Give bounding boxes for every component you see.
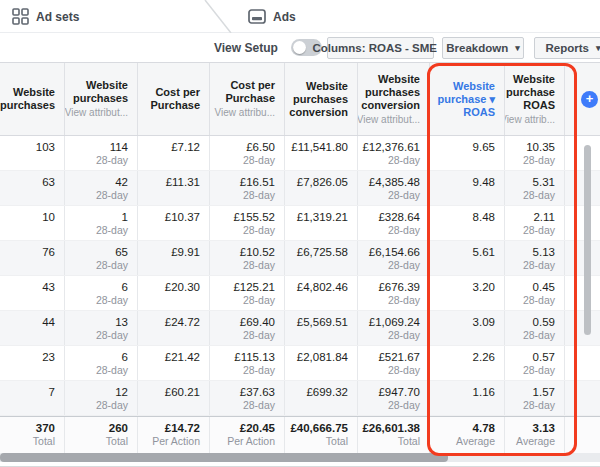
cell-value: 12: [115, 385, 128, 399]
cell-value: 103: [36, 140, 55, 154]
table-cell: £115.1328-day: [210, 346, 285, 380]
total-note: Total: [326, 435, 348, 448]
table-cell: 43: [0, 276, 65, 310]
cell-value: £1,319.21: [297, 210, 348, 224]
table-cell: 23: [0, 346, 65, 380]
total-cell: 260Total: [65, 417, 138, 453]
table-cell: £947.7028-day: [358, 381, 430, 415]
table-body: 10311428-day£7.12£6.5028-day£11,541.80£1…: [0, 136, 600, 416]
table-cell: £11.31: [138, 171, 210, 205]
column-header-5[interactable]: Website purchases conversionView attribu…: [358, 63, 430, 135]
table-cell: 63: [0, 171, 65, 205]
cell-value: £699.32: [306, 385, 348, 399]
total-note: Per Action: [152, 435, 200, 448]
table-row: 10311428-day£7.12£6.5028-day£11,541.80£1…: [0, 136, 600, 171]
row-spacer-cell: [565, 206, 600, 240]
table-cell: 1328-day: [65, 311, 138, 345]
table-row: 71228-day£60.21£37.6328-day£699.32£947.7…: [0, 381, 600, 416]
cell-value: £11,541.80: [291, 140, 348, 154]
cell-value: 2.11: [533, 210, 555, 224]
attribution-window-note: 28-day: [243, 294, 275, 307]
table-cell: £11,541.80: [285, 136, 358, 170]
cell-value: 9.48: [473, 175, 495, 189]
table-cell: £69.4028-day: [210, 311, 285, 345]
table-cell: 128-day: [65, 206, 138, 240]
table-row: 23628-day£21.42£115.1328-day£2,081.84£52…: [0, 346, 600, 381]
column-header-4[interactable]: Website purchases conversion: [285, 63, 358, 135]
column-header-sublabel: View attribut...: [65, 106, 128, 119]
total-cell: £26,601.38Total: [358, 417, 430, 453]
table-cell: 1.16: [430, 381, 505, 415]
table-cell: 103: [0, 136, 65, 170]
table-cell: 9.48: [430, 171, 505, 205]
row-spacer-cell: [565, 241, 600, 275]
cell-value: £12,376.61: [362, 140, 420, 154]
table-cell: £521.6728-day: [358, 346, 430, 380]
add-column-button[interactable]: +: [581, 91, 598, 108]
table-cell: £699.32: [285, 381, 358, 415]
attribution-window-note: 28-day: [243, 259, 275, 272]
cell-value: £10.52: [240, 245, 275, 259]
vertical-scrollbar-thumb[interactable]: [584, 145, 591, 335]
table-header-row: Website purchasesWebsite purchasesView a…: [0, 62, 600, 136]
table-cell: £9.91: [138, 241, 210, 275]
breakdown-dropdown-button[interactable]: Breakdown ▾: [442, 37, 524, 59]
column-header-3[interactable]: Cost per PurchaseView attribu...: [210, 63, 285, 135]
table-cell: £328.6428-day: [358, 206, 430, 240]
column-header-sublabel: View attribu...: [215, 106, 275, 119]
tab-ad-sets[interactable]: Ad sets: [12, 0, 79, 33]
attribution-window-note: 28-day: [243, 364, 275, 377]
attribution-window-note: 28-day: [96, 189, 128, 202]
table-row: 441328-day£24.72£69.4028-day£5,569.51£1,…: [0, 311, 600, 346]
column-header-sublabel: View attribut...: [358, 113, 420, 126]
cell-value: 3.20: [473, 280, 495, 294]
cell-value: 2.26: [473, 350, 495, 364]
attribution-window-note: 28-day: [388, 259, 420, 272]
cell-value: 3.09: [473, 315, 495, 329]
cell-value: 114: [110, 140, 128, 154]
horizontal-scrollbar-track[interactable]: [0, 453, 600, 462]
columns-dropdown-button[interactable]: Columns: ROAS - SME ▾: [327, 37, 434, 59]
attribution-window-note: 28-day: [243, 224, 275, 237]
attribution-window-note: 28-day: [523, 399, 555, 412]
cell-value: 0.45: [533, 280, 555, 294]
attribution-window-note: 28-day: [388, 399, 420, 412]
column-header-7[interactable]: Website purchase ROASView attrib...: [505, 63, 565, 135]
table-row: 43628-day£20.30£125.2128-day£4,802.46£67…: [0, 276, 600, 311]
cell-value: 1: [122, 210, 128, 224]
column-header-label: Cost per Purchase: [212, 79, 275, 105]
table-cell: £10.5228-day: [210, 241, 285, 275]
tab-bar: Ad sets Ads: [0, 0, 600, 33]
reports-dropdown-button[interactable]: Reports ▾: [534, 37, 600, 59]
total-cell: 4.78Average: [430, 417, 505, 453]
table-cell: 0.5728-day: [505, 346, 565, 380]
column-header-2[interactable]: Cost per Purchase: [138, 63, 210, 135]
column-header-1[interactable]: Website purchasesView attribut...: [65, 63, 138, 135]
table-cell: 2.26: [430, 346, 505, 380]
column-header-6[interactable]: Website purchase ▾ ROAS: [430, 63, 505, 135]
cell-value: 13: [115, 315, 128, 329]
attribution-window-note: 28-day: [388, 189, 420, 202]
cell-value: 42: [115, 175, 128, 189]
reports-button-label: Reports: [546, 42, 589, 54]
cell-value: 8.48: [473, 210, 495, 224]
table-cell: £6.5028-day: [210, 136, 285, 170]
tab-ads-label: Ads: [273, 10, 296, 24]
tab-ads[interactable]: Ads: [248, 0, 296, 33]
total-value: £20.45: [240, 421, 275, 435]
cell-value: £9.91: [171, 245, 200, 259]
attribution-window-note: 28-day: [523, 189, 555, 202]
attribution-window-note: 28-day: [243, 154, 275, 167]
horizontal-scrollbar-thumb[interactable]: [0, 453, 448, 462]
cell-value: 5.13: [533, 245, 555, 259]
table-cell: £155.5228-day: [210, 206, 285, 240]
cell-value: £676.39: [378, 280, 420, 294]
tab-edge-divider: [0, 0, 600, 33]
table-cell: £1,069.2428-day: [358, 311, 430, 345]
cell-value: 1.16: [473, 385, 495, 399]
row-spacer-cell: [565, 276, 600, 310]
total-value: £26,601.38: [362, 421, 420, 435]
column-header-0[interactable]: Website purchases: [0, 63, 65, 135]
table-cell: £37.6328-day: [210, 381, 285, 415]
table-cell: £20.30: [138, 276, 210, 310]
